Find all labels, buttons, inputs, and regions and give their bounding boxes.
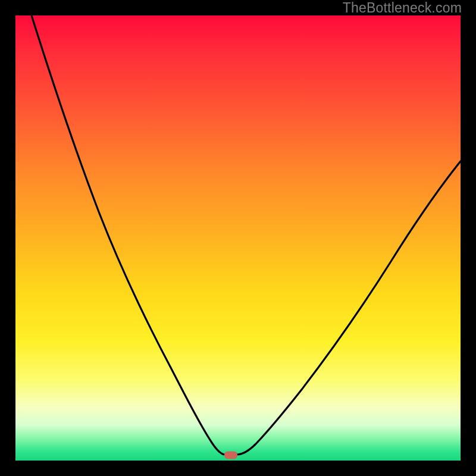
chart-frame: [15, 15, 461, 461]
watermark-text: TheBottleneck.com: [343, 0, 462, 16]
bottleneck-curve-path: [32, 15, 461, 455]
minimum-marker: [224, 452, 237, 459]
bottleneck-curve: [15, 15, 461, 461]
